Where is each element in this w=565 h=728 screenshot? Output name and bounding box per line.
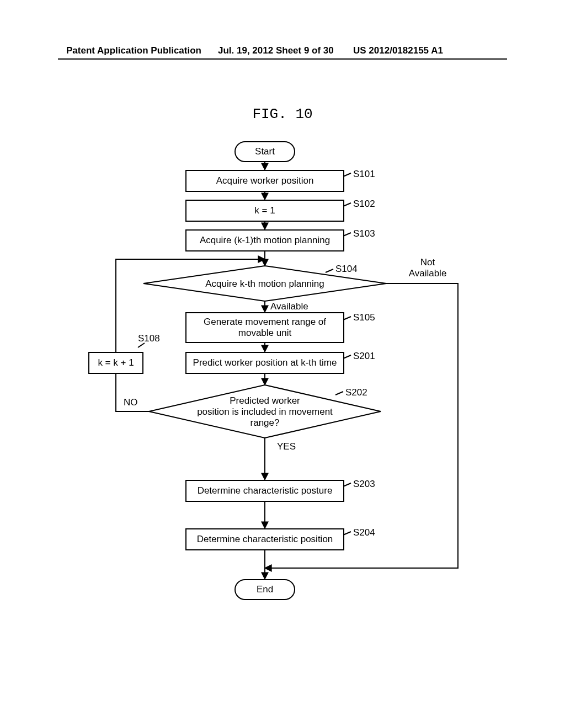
s203-node: Determine characteristic posture	[185, 480, 344, 502]
s204-node: Determine characteristic position	[185, 528, 344, 550]
header-left: Patent Application Publication	[66, 45, 201, 56]
s104-text: Acquire k-th motion planning	[205, 279, 324, 289]
figure-title: FIG. 10	[0, 106, 565, 122]
s101-node: Acquire worker position	[185, 170, 344, 192]
svg-text:Predicted worker: Predicted worker	[230, 395, 300, 406]
s202-label: S202	[345, 387, 367, 398]
header-rule	[58, 58, 507, 60]
svg-text:position is included in moveme: position is included in movement	[197, 406, 333, 417]
s108-node: k = k + 1	[88, 352, 143, 374]
s201-node: Predict worker position at k-th time	[185, 352, 344, 374]
not-available-label: NotAvailable	[403, 257, 452, 279]
header-right: US 2012/0182155 A1	[353, 45, 443, 56]
s101-label: S101	[353, 169, 375, 180]
s203-label: S203	[353, 479, 375, 490]
s105-node: Generate movement range of movable unit	[185, 312, 344, 343]
s102-node: k = 1	[185, 200, 344, 222]
start-node: Start	[234, 141, 295, 162]
s108-label: S108	[138, 333, 160, 344]
s102-label: S102	[353, 199, 375, 210]
end-node: End	[234, 579, 295, 600]
flowchart: Acquire k-th motion planning Predicted w…	[105, 138, 491, 656]
yes-label: YES	[277, 441, 296, 452]
svg-text:range?: range?	[250, 417, 280, 428]
s104-label: S104	[335, 264, 358, 275]
available-label: Available	[270, 301, 308, 312]
header-middle: Jul. 19, 2012 Sheet 9 of 30	[218, 45, 334, 56]
no-label: NO	[124, 397, 138, 408]
s103-label: S103	[353, 228, 375, 239]
s105-label: S105	[353, 312, 375, 323]
s201-label: S201	[353, 351, 375, 362]
s204-label: S204	[353, 527, 375, 538]
s103-node: Acquire (k-1)th motion planning	[185, 229, 344, 251]
